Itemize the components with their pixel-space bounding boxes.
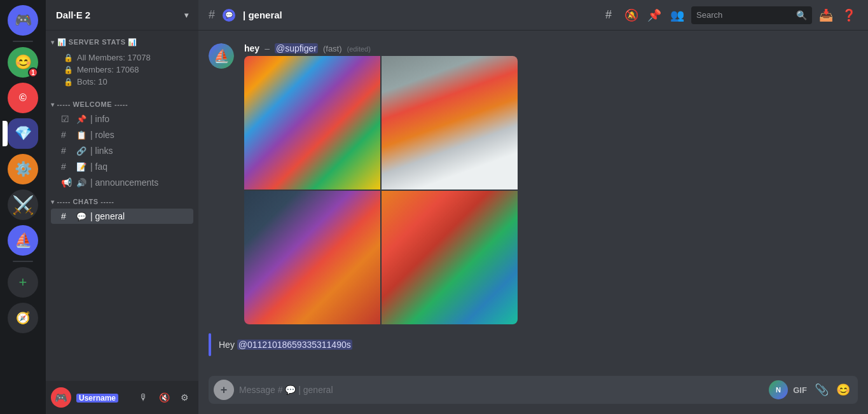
lock-icon-2: 🔒 [64,66,73,74]
partial-prefix: Hey [219,340,237,350]
faq-emoji: 📝 [76,162,86,172]
category-welcome-header[interactable]: ▾ ----- WELCOME ----- [46,98,198,111]
notification-badge: 1 [28,67,38,78]
user-avatar-emoji: 🎮 [55,392,67,404]
header-actions: # 🔕 📌 👥 Search 🔍 📥 ❓ [600,6,858,24]
channel-general[interactable]: # 💬 | general [51,209,193,224]
channel-roles-label: | roles [90,130,114,140]
main-content: # 💬 | general # 🔕 📌 👥 Search 🔍 📥 ❓ ⛵ [198,0,868,414]
search-icon: 🔍 [796,10,807,20]
server-divider-1 [13,41,33,42]
hashtag-button[interactable]: # [600,6,617,24]
help-button[interactable]: ❓ [840,6,858,24]
speaker-icon: 📢 [61,177,72,188]
user-panel: 🎮 Username 🎙 🔇 ⚙ [46,381,198,414]
server-orange-wrapper: ⚙️ [8,154,38,184]
ai-image-1[interactable] [244,56,380,190]
server-red-icon[interactable]: © [8,83,38,113]
channel-faq[interactable]: # 📝 | faq [51,159,193,174]
stat-members-value: Members: 17068 [77,65,139,74]
links-emoji: 🔗 [76,146,86,156]
channel-links[interactable]: # 🔗 | links [51,143,193,158]
stat-members: 🔒 Members: 17068 [64,64,188,76]
server-stats-section: 🔒 All Members: 17078 🔒 Members: 17068 🔒 … [46,49,198,93]
messages-area: ⛵ hey – @supfiger (fast) (edited) [198,31,868,376]
ai-image-2[interactable] [382,56,518,190]
active-server-indicator [3,121,8,146]
deafen-button[interactable]: 🔇 [155,389,173,406]
server-name: Dall·E 2 [56,10,90,20]
inbox-button[interactable]: 📥 [817,6,835,24]
channel-info[interactable]: ☑ 📌 | info [51,111,193,127]
category-label: 📊 SERVER STATS 📊 [57,38,137,46]
server-header[interactable]: Dall·E 2 ▾ [46,0,198,31]
emoji-button[interactable]: 😊 [834,380,853,399]
channel-announcements[interactable]: 📢 🔊 | announcements [51,175,193,190]
category-server-stats: ▾ 📊 SERVER STATS 📊 🔒 All Members: 17078 … [46,36,198,93]
user-actions: 🎙 🔇 ⚙ [135,389,193,406]
message-speed: (fast) [323,44,342,53]
ai-image-grid [244,56,518,324]
message-text-input[interactable] [239,385,764,395]
channel-links-label: | links [90,146,113,156]
chats-chevron: ▾ [51,198,55,205]
file-attachment-icon[interactable]: 📎 [812,380,831,399]
channel-roles[interactable]: # 📋 | roles [51,127,193,142]
hash-icon-roles: # [61,130,72,140]
members-list-button[interactable]: 👥 [668,6,686,24]
server-gem-wrapper: 💎 [8,118,38,149]
message-edited-tag: (edited) [347,45,371,53]
pin-icon: 📌 [76,114,86,124]
server-divider-2 [13,261,33,262]
hash-icon-faq: # [61,162,72,172]
search-placeholder-text: Search [696,10,722,20]
user-settings-button[interactable]: ⚙ [176,389,193,406]
mute-mic-button[interactable]: 🎙 [135,389,153,406]
category-server-stats-header[interactable]: ▾ 📊 SERVER STATS 📊 [46,36,198,49]
search-box[interactable]: Search 🔍 [691,6,812,24]
category-chats-header[interactable]: ▾ ----- CHATS ----- [46,195,198,208]
message-input-box: + N GIF 📎 😊 [209,376,858,404]
mute-channel-button[interactable]: 🔕 [623,6,640,24]
channel-info-label: | info [90,114,109,124]
message-group-1: ⛵ hey – @supfiger (fast) (edited) [209,41,858,327]
nitro-icon[interactable]: N [769,380,788,399]
pin-messages-button[interactable]: 📌 [645,6,663,24]
explore-button[interactable]: 🧭 [8,303,38,333]
channel-general-label: | general [90,211,125,221]
slowmode-icon: 💬 [223,9,235,22]
message-separator: – [265,43,270,53]
channel-hash-icon: # [209,8,215,22]
server-warrior-icon[interactable]: ⚔️ [8,190,38,220]
hash-icon-links: # [61,146,72,156]
server-sidebar: 🎮 😊 1 © 💎 ⚙️ ⚔️ ⛵ + 🧭 [0,0,46,414]
ai-image-3[interactable] [244,191,380,324]
welcome-chevron: ▾ [51,101,55,108]
server-smiley-icon[interactable]: 😊 1 [8,47,38,78]
nitro-symbol: N [776,386,781,394]
chats-label: ----- CHATS ----- [57,198,114,205]
lock-icon-3: 🔒 [64,78,73,86]
volume-icon: 🔊 [76,178,86,188]
server-warrior-wrapper: ⚔️ [8,190,38,220]
server-red-wrapper: © [8,83,38,113]
add-server-button[interactable]: + [8,267,38,298]
discord-home-icon[interactable]: 🎮 [8,5,38,36]
server-boat-icon[interactable]: ⛵ [8,225,38,256]
general-chat-icon: 💬 [76,212,86,221]
channel-list: ▾ 📊 SERVER STATS 📊 🔒 All Members: 17078 … [46,31,198,381]
hash-icon-general: # [61,211,72,221]
channel-sidebar: Dall·E 2 ▾ ▾ 📊 SERVER STATS 📊 🔒 All Memb… [46,0,198,414]
message-input-area: + N GIF 📎 😊 [198,376,868,414]
gif-button[interactable]: GIF [790,380,809,399]
server-orange-icon[interactable]: ⚙️ [8,154,38,184]
user-avatar: 🎮 [51,387,71,408]
partial-message-text: Hey @01121018659335311490s [219,340,352,350]
message-mention: @supfiger [275,43,318,53]
home-server-wrapper: 🎮 [8,5,38,36]
server-gem-icon[interactable]: 💎 [8,118,38,149]
channel-announcements-label: | announcements [90,177,158,188]
ai-image-4[interactable] [382,191,518,324]
attach-file-button[interactable]: + [214,380,234,400]
partial-mention: @01121018659335311490s [237,340,352,350]
